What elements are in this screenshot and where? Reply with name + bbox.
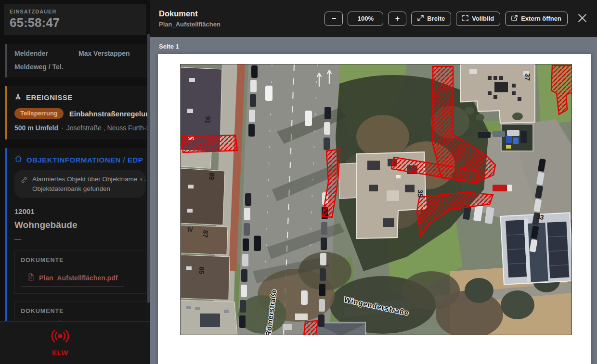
zoom-in-button[interactable]: + bbox=[388, 12, 406, 26]
viewer-header: Dokument Plan_Aufstellflächen − 100% + B… bbox=[150, 0, 597, 37]
diagonal-arrows-icon bbox=[417, 15, 424, 23]
house-number-37: 37 bbox=[524, 73, 532, 81]
traffic-cone-icon bbox=[14, 93, 22, 102]
zoom-out-button[interactable]: − bbox=[324, 12, 343, 26]
einsatzdauer-label: EINSATZDAUER bbox=[10, 9, 141, 14]
incident-sidebar: EINSATZDAUER 65:58:47 Meldender Max Vers… bbox=[0, 0, 150, 364]
event-location: Josefstraße , Neuss Furth-Süd bbox=[66, 124, 150, 132]
viewer-title: Dokument bbox=[159, 9, 221, 18]
object-id: 12001 bbox=[14, 207, 150, 215]
viewer-content[interactable]: Seite 1 bbox=[150, 37, 597, 364]
meldender-value: Max Verstappen bbox=[78, 50, 130, 57]
radio-broadcast-icon bbox=[50, 338, 71, 346]
document-viewer-modal: Dokument Plan_Aufstellflächen − 100% + B… bbox=[150, 0, 597, 364]
dokumente-label: DOKUMENTE bbox=[21, 257, 140, 264]
zoom-level-button[interactable]: 100% bbox=[348, 12, 383, 26]
close-icon bbox=[578, 16, 586, 24]
staging-area-hatch bbox=[304, 321, 318, 335]
event-detail: 500 m Umfeld·Josefstraße , Neuss Furth-S… bbox=[14, 124, 150, 132]
event-radius: 500 m Umfeld bbox=[14, 124, 58, 132]
fullscreen-icon bbox=[462, 15, 468, 23]
file-icon bbox=[27, 273, 35, 282]
object-dash: — bbox=[14, 235, 150, 243]
viewer-subtitle: Plan_Aufstellflächen bbox=[159, 21, 221, 28]
house-number-33: 33 bbox=[536, 213, 545, 221]
house-number-89: 89 bbox=[208, 172, 216, 180]
plan-image-frame: 91 89 87 IV 85 35 37 33 Römerstraße Wing… bbox=[180, 64, 572, 335]
objektinfo-title: OBJEKTINFORMATIONEN / EDP bbox=[26, 156, 143, 164]
object-type: Wohngebäude bbox=[14, 220, 150, 230]
house-number-roman: IV bbox=[187, 226, 193, 233]
dokumente-box-1: DOKUMENTE Plan_Aufstellflächen.pdf bbox=[14, 251, 146, 294]
dokumente-label: DOKUMENTE bbox=[21, 308, 140, 314]
sidebar-footer: ELW bbox=[0, 321, 150, 364]
ereignisse-title: EREIGNISSE bbox=[26, 93, 73, 101]
house-number-35: 35 bbox=[416, 189, 425, 197]
elw-status[interactable]: ELW bbox=[44, 329, 76, 357]
viewer-toolbar: − 100% + Breite bbox=[324, 12, 588, 26]
sidebar-scrollbar[interactable] bbox=[147, 34, 150, 303]
house-number-91: 91 bbox=[204, 116, 212, 124]
close-button[interactable] bbox=[576, 12, 588, 25]
house-number-87: 87 bbox=[201, 230, 209, 238]
link-icon bbox=[20, 176, 27, 185]
app-window: EINSATZDAUER 65:58:47 Meldender Max Vers… bbox=[0, 0, 597, 364]
teilsperrung-badge: Teilsperrung bbox=[14, 108, 64, 119]
page-label: Seite 1 bbox=[159, 43, 179, 50]
meldender-label: Meldender bbox=[14, 50, 75, 57]
document-link-plan[interactable]: Plan_Aufstellflächen.pdf bbox=[21, 269, 124, 287]
meldeweg-label: Meldeweg / Tel. bbox=[14, 63, 75, 71]
meldender-section: Meldender Max Verstappen Meldeweg / Tel. bbox=[5, 44, 150, 77]
house-number-85: 85 bbox=[197, 266, 206, 275]
external-link-icon bbox=[511, 15, 518, 23]
ereignisse-section: EREIGNISSE Teilsperrung Einbahnstraßenre… bbox=[5, 86, 150, 139]
event-title: Einbahnstraßenregelung bbox=[69, 110, 150, 118]
elw-label: ELW bbox=[44, 349, 76, 357]
aerial-photo: 91 89 87 IV 85 35 37 33 Römerstraße Wing… bbox=[181, 64, 572, 335]
fullscreen-button[interactable]: Vollbild bbox=[456, 12, 500, 26]
pdf-page: 91 89 87 IV 85 35 37 33 Römerstraße Wing… bbox=[158, 54, 591, 364]
fit-width-button[interactable]: Breite bbox=[411, 12, 451, 26]
einsatzdauer-panel: EINSATZDAUER 65:58:47 bbox=[4, 4, 146, 35]
open-external-button[interactable]: Extern öffnen bbox=[505, 12, 568, 26]
einsatzdauer-value: 65:58:47 bbox=[10, 15, 141, 30]
objekt-note: Alarmiertes Objekt über Objektname + Adr… bbox=[14, 170, 145, 198]
staging-area-hatch bbox=[182, 135, 237, 152]
house-icon bbox=[14, 155, 22, 164]
objekt-note-text: Alarmiertes Objekt über Objektname + Adr… bbox=[32, 175, 145, 193]
